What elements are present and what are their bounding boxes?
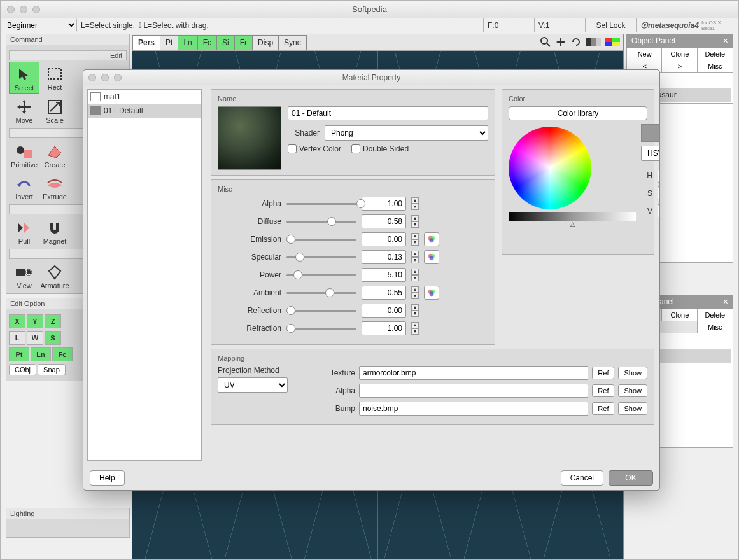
- close-icon[interactable]: ×: [723, 297, 728, 307]
- tool-scale[interactable]: Scale: [39, 95, 70, 125]
- tool-rect[interactable]: Rect: [39, 62, 70, 94]
- color-picker-icon[interactable]: [424, 286, 439, 300]
- next-button[interactable]: >: [661, 60, 698, 73]
- window-controls[interactable]: [7, 6, 40, 13]
- emission-input[interactable]: [362, 232, 406, 246]
- clone-button[interactable]: Clone: [661, 309, 698, 321]
- diffuse-input[interactable]: [362, 214, 406, 228]
- diffuse-slider[interactable]: [286, 216, 356, 227]
- delete-button[interactable]: Delete: [697, 48, 733, 60]
- power-slider[interactable]: [286, 269, 356, 281]
- value-slider[interactable]: [509, 212, 636, 221]
- snap-button[interactable]: Snap: [38, 364, 66, 375]
- color-library-button[interactable]: Color library: [509, 106, 647, 120]
- cobj-button[interactable]: CObj: [9, 364, 36, 375]
- stepper[interactable]: ▲▼: [411, 269, 419, 281]
- stepper[interactable]: ▲▼: [411, 233, 419, 246]
- hue-input[interactable]: [658, 169, 659, 183]
- stepper[interactable]: ▲▼: [411, 304, 419, 317]
- tool-view[interactable]: View: [9, 260, 39, 291]
- ambient-slider[interactable]: [286, 287, 356, 298]
- zoom-icon[interactable]: [32, 6, 40, 13]
- tab-sync[interactable]: Sync: [278, 35, 307, 50]
- misc-button[interactable]: Misc: [697, 321, 733, 333]
- ambient-input[interactable]: [362, 286, 406, 300]
- material-list-item[interactable]: 01 - Default: [88, 104, 201, 118]
- color-mode-select[interactable]: HSV: [641, 146, 659, 161]
- ref-button[interactable]: Ref: [592, 367, 614, 379]
- clone-button[interactable]: Clone: [661, 48, 698, 60]
- sub-fc[interactable]: Fc: [52, 347, 73, 361]
- axis-y[interactable]: Y: [27, 314, 43, 328]
- sel-lock-button[interactable]: Sel Lock: [586, 18, 637, 32]
- double-sided-check[interactable]: Double Sided: [351, 144, 409, 153]
- color-wheel[interactable]: [509, 127, 591, 209]
- show-button[interactable]: Show: [618, 384, 647, 397]
- misc-button[interactable]: Misc: [697, 60, 733, 73]
- reflection-slider[interactable]: [286, 305, 356, 316]
- tool-armature[interactable]: Armature: [39, 260, 70, 291]
- val-input[interactable]: [658, 204, 659, 218]
- reflection-input[interactable]: [362, 304, 406, 318]
- mode-select[interactable]: Beginner: [1, 18, 77, 32]
- sat-input[interactable]: [658, 186, 659, 200]
- stepper[interactable]: ▲▼: [411, 251, 419, 263]
- tab-fc[interactable]: Fc: [197, 35, 217, 50]
- name-input[interactable]: [288, 106, 488, 120]
- cancel-button[interactable]: Cancel: [561, 470, 603, 486]
- tab-fr[interactable]: Fr: [234, 35, 253, 50]
- ref-button[interactable]: Ref: [592, 402, 614, 415]
- ok-button[interactable]: OK: [609, 470, 653, 486]
- tab-pers[interactable]: Pers: [132, 35, 160, 50]
- power-input[interactable]: [362, 268, 406, 282]
- texture-input[interactable]: [359, 366, 588, 380]
- material-list[interactable]: mat1 01 - Default: [87, 89, 202, 461]
- tab-ln[interactable]: Ln: [178, 35, 197, 50]
- colors-icon[interactable]: [604, 36, 621, 48]
- sub-pt[interactable]: Pt: [9, 347, 29, 361]
- ref-button[interactable]: Ref: [592, 384, 614, 397]
- tool-pull[interactable]: Pull: [9, 216, 39, 246]
- show-button[interactable]: Show: [618, 402, 647, 415]
- axis-z[interactable]: Z: [45, 314, 61, 328]
- zoom-icon[interactable]: [539, 36, 552, 48]
- color-picker-icon[interactable]: [424, 250, 439, 264]
- object-panel-title[interactable]: Object Panel×: [626, 34, 733, 48]
- tool-magnet[interactable]: Magnet: [39, 216, 70, 246]
- tool-invert[interactable]: Invert: [9, 171, 39, 202]
- specular-input[interactable]: [362, 250, 406, 264]
- stepper[interactable]: ▲▼: [411, 215, 419, 228]
- refraction-slider[interactable]: [286, 323, 356, 334]
- stepper[interactable]: ▲▼: [411, 286, 419, 299]
- projection-select[interactable]: UV: [218, 377, 288, 393]
- close-icon[interactable]: ×: [723, 36, 728, 46]
- axis-x[interactable]: X: [9, 314, 25, 328]
- vertex-color-check[interactable]: Vertex Color: [288, 144, 341, 153]
- specular-slider[interactable]: [286, 251, 356, 263]
- minimize-icon[interactable]: [20, 6, 27, 13]
- tab-si[interactable]: Si: [216, 35, 235, 50]
- refraction-input[interactable]: [362, 321, 406, 335]
- tool-extrude[interactable]: Extrude: [39, 171, 70, 202]
- close-icon[interactable]: [7, 6, 15, 13]
- shading-icon[interactable]: [585, 36, 602, 48]
- coord-w[interactable]: W: [27, 331, 43, 345]
- coord-l[interactable]: L: [9, 331, 25, 345]
- delete-button[interactable]: Delete: [697, 309, 733, 321]
- coord-s[interactable]: S: [45, 331, 61, 345]
- sub-ln[interactable]: Ln: [31, 347, 51, 361]
- dialog-titlebar[interactable]: Material Property: [83, 70, 659, 85]
- rotate-icon[interactable]: [570, 36, 582, 48]
- stepper[interactable]: ▲▼: [411, 197, 419, 210]
- color-picker-icon[interactable]: [424, 232, 439, 246]
- show-button[interactable]: Show: [618, 367, 647, 379]
- new-button[interactable]: New: [626, 48, 663, 60]
- shader-select[interactable]: Phong: [325, 125, 488, 141]
- alpha-map-input[interactable]: [359, 384, 588, 398]
- pan-icon[interactable]: [554, 36, 567, 48]
- tab-pt[interactable]: Pt: [160, 35, 178, 50]
- alpha-slider[interactable]: [286, 198, 356, 209]
- material-list-item[interactable]: mat1: [88, 90, 201, 104]
- tool-create[interactable]: Create: [39, 139, 70, 170]
- tool-primitive[interactable]: Primitive: [9, 139, 39, 170]
